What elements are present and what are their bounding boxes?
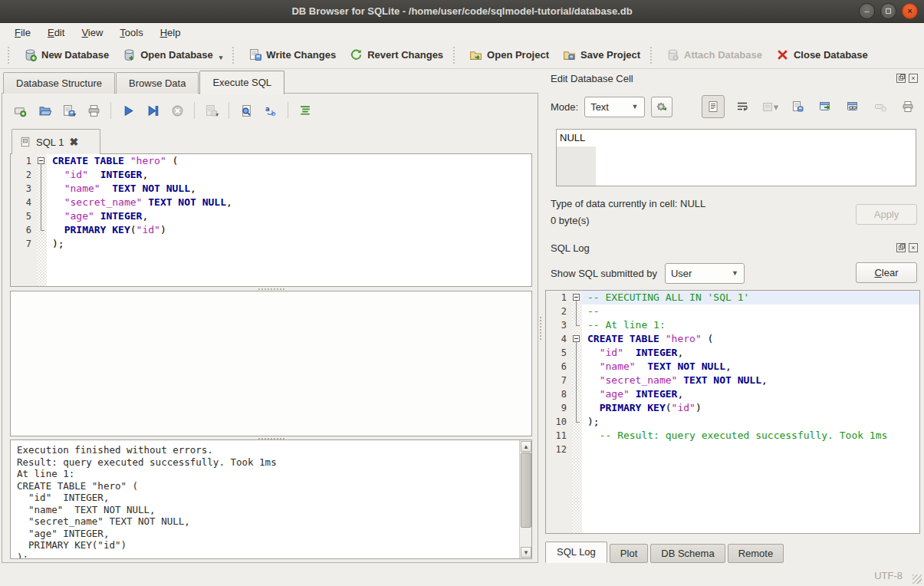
revert-changes-button[interactable]: Revert Changes [343,44,450,65]
scroll-up-icon[interactable]: ▲ [521,441,531,452]
new-database-button[interactable]: New Database [17,44,116,65]
find-button[interactable] [235,100,258,121]
scrollbar-thumb[interactable] [521,453,531,528]
save-results-button[interactable]: ▾ [200,100,223,121]
find-replace-icon: ab [265,104,278,117]
log-filter-value: User [671,268,724,279]
dock-tab-db-schema[interactable]: DB Schema [650,544,725,563]
menu-view[interactable]: View [74,25,110,41]
tab-database-structure[interactable]: Database Structure [3,72,115,94]
new-database-label: New Database [41,49,109,61]
resize-grip[interactable] [912,574,922,584]
cell-value: NULL [560,132,585,143]
toolbar-grip[interactable] [650,47,656,64]
results-grid[interactable] [10,291,532,436]
sql-file-icon [20,137,31,147]
cell-editor-gutter [557,146,596,186]
stop-button[interactable] [166,100,189,121]
close-database-label: Close Database [794,49,868,61]
import-dropdown-icon: ▾ [774,101,779,113]
dock-tab-plot[interactable]: Plot [610,544,648,563]
find-replace-button[interactable]: ab [259,100,282,121]
execution-message-pane[interactable]: Execution finished without errors.Result… [10,440,532,559]
float-panel-icon[interactable] [896,74,906,83]
sql-code-editor[interactable]: 1−CREATE TABLE "hero" (2 "id" INTEGER,3 … [10,153,532,287]
open-project-button[interactable]: Open Project [462,44,556,65]
revert-changes-icon [350,48,363,61]
mode-value: Text [590,101,623,113]
tab-execute-sql[interactable]: Execute SQL [199,71,284,94]
message-scrollbar[interactable]: ▲ ▼ [519,440,531,558]
minimize-button[interactable]: – [859,3,875,19]
print-icon [902,100,914,113]
mode-label: Mode: [551,101,578,113]
title-bar[interactable]: DB Browser for SQLite - /home/user/code/… [0,0,924,23]
sql-toolbar: ▾ ▾ ab [8,99,317,122]
maximize-icon [886,8,891,14]
new-tab-button[interactable] [8,100,31,121]
clear-log-button[interactable]: Clear [856,262,917,283]
save-results-icon [205,104,218,117]
open-database-dropdown-icon[interactable]: ▾ [219,54,223,61]
set-null-icon [874,100,886,113]
menu-help[interactable]: Help [153,25,188,41]
float-panel-icon[interactable] [896,243,906,252]
copy-link-icon [847,100,859,113]
write-changes-button[interactable]: Write Changes [242,44,343,65]
close-panel-icon[interactable]: × [909,243,918,252]
open-database-button[interactable]: Open Database ▾ [116,44,229,65]
dock-tab-remote[interactable]: Remote [728,544,784,563]
close-button[interactable]: × [902,3,918,19]
print-button[interactable] [82,100,105,121]
set-null-button[interactable] [870,97,890,117]
copy-link-button[interactable] [843,97,863,117]
text-mode-button[interactable] [702,95,725,118]
log-filter-select[interactable]: User ▼ [665,263,745,284]
encoding-indicator[interactable]: UTF-8 [874,570,903,581]
window-title: DB Browser for SQLite - /home/user/code/… [291,5,632,17]
menu-file[interactable]: File [8,25,38,41]
close-tab-icon[interactable]: ✖ [69,136,78,148]
export-data-button[interactable] [788,97,807,117]
sql-toolbar-separator [229,102,229,119]
import-data-button[interactable]: ▾ [760,97,780,117]
dock-tab-bar: SQL Log Plot DB Schema Remote [545,542,786,563]
dock-tab-sql-log[interactable]: SQL Log [545,542,607,563]
cell-value-editor[interactable]: NULL [556,129,916,186]
sql-code: 1−CREATE TABLE "hero" (2 "id" INTEGER,3 … [11,154,531,251]
attach-database-label: Attach Database [684,49,762,61]
maximize-button[interactable] [880,3,896,19]
revert-changes-label: Revert Changes [367,49,443,61]
scroll-down-icon[interactable]: ▼ [521,547,531,558]
open-sql-file-button[interactable] [33,100,56,121]
auto-format-button[interactable] [294,100,317,121]
menu-bar: File Edit View Tools Help [0,23,924,41]
stop-icon [171,104,184,117]
mode-select[interactable]: Text ▼ [584,97,644,117]
close-panel-icon[interactable]: × [909,74,918,83]
sql-editor-tab[interactable]: SQL 1 ✖ [12,129,100,154]
open-external-button[interactable] [815,97,835,117]
tab-browse-data[interactable]: Browse Data [116,72,199,94]
log-panel-header: SQL Log × [551,240,918,255]
attach-database-icon [666,48,679,61]
menu-tools[interactable]: Tools [113,25,150,41]
toolbar-grip[interactable] [8,47,14,64]
execute-all-button[interactable] [117,100,140,121]
sql-log-view[interactable]: 1−-- EXECUTING ALL IN 'SQL 1'2--3-- At l… [545,290,920,534]
close-database-button[interactable]: Close Database [769,44,875,65]
print-cell-button[interactable] [898,97,918,117]
menu-edit[interactable]: Edit [41,25,71,41]
execute-current-line-button[interactable] [141,100,164,121]
attach-database-button[interactable]: Attach Database [659,44,769,65]
save-project-button[interactable]: Save Project [556,44,647,65]
find-icon [240,104,253,117]
auto-switch-mode-button[interactable] [651,97,672,117]
apply-button[interactable]: Apply [856,204,917,225]
log-filter-label: Show SQL submitted by [551,268,657,279]
print-icon [87,104,100,117]
save-sql-dropdown-icon[interactable]: ▾ [73,111,76,118]
save-project-label: Save Project [580,49,640,61]
word-wrap-button[interactable] [732,97,752,117]
save-sql-file-button[interactable]: ▾ [58,100,81,121]
